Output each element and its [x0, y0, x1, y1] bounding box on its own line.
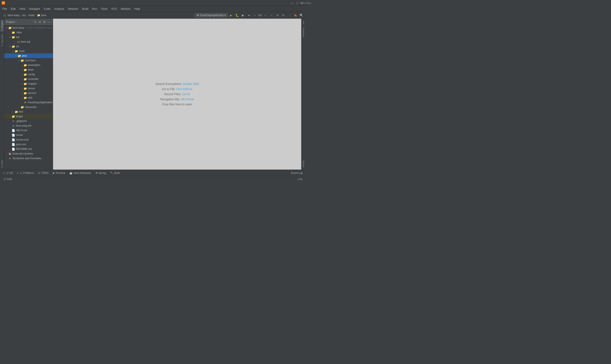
tree-item-readme[interactable]: 📄 README.md	[4, 147, 53, 151]
menu-build[interactable]: Build	[80, 7, 90, 11]
tree-item-comface[interactable]: ▾ 📁 com.face	[4, 58, 53, 63]
menu-code[interactable]: Code	[42, 7, 52, 11]
settings-button[interactable]: ⚙	[42, 20, 46, 24]
sidebar-tab-web[interactable]: Z: Web	[0, 159, 4, 169]
back-button[interactable]: ◁	[2, 13, 7, 18]
tree-label: bean	[28, 68, 52, 71]
menu-help[interactable]: Help	[133, 7, 142, 11]
tree-item-target[interactable]: › 📁 target	[4, 114, 53, 119]
breadcrumb-project[interactable]: face-easy	[8, 13, 20, 17]
search-button[interactable]: 🔍	[299, 13, 304, 18]
menu-file[interactable]: File	[1, 7, 9, 11]
tree-item-faceapp[interactable]: ☘ FaceEasyApplication	[4, 100, 53, 105]
tree-label: .gitignore	[16, 119, 52, 123]
tree-item-iml[interactable]: ◈ face-easy.iml	[4, 123, 53, 128]
menu-window[interactable]: Window	[119, 7, 132, 11]
more-run-button[interactable]: ▾	[246, 13, 252, 18]
tree-item-mapper[interactable]: › 📁 mapper	[4, 81, 53, 86]
tree-item-mvnw-cmd[interactable]: 📄 mvnw.cmd	[4, 137, 53, 142]
folder-icon: 📁	[23, 96, 27, 99]
folder-icon: 📁	[23, 64, 27, 67]
tree-arrow: ›	[17, 106, 20, 108]
tree-item-src[interactable]: ▾ 📁 src	[4, 44, 53, 49]
right-tab-ant[interactable]: Ant	[302, 20, 305, 26]
tree-item-external-libs[interactable]: › 📚 External Libraries	[4, 151, 53, 156]
tree-item-server[interactable]: › 📁 server	[4, 86, 53, 91]
right-tab-maven[interactable]: Maven	[302, 159, 305, 169]
spring-tab-icon: ☘	[95, 171, 98, 174]
menu-refactor[interactable]: Refactor	[66, 7, 80, 11]
hide-panel-button[interactable]: —	[47, 20, 51, 24]
breadcrumb-src[interactable]: src	[22, 13, 26, 17]
status-zoom[interactable]: 1.0x	[296, 178, 304, 181]
tree-item-sql[interactable]: ▾ 📁 sql	[4, 35, 53, 39]
bottom-tab-build[interactable]: 🔨 Build	[108, 171, 122, 175]
tree-item-utils[interactable]: › 📁 utils	[4, 95, 53, 100]
tree-item-face-sql[interactable]: 🗃 face.sql	[4, 39, 53, 44]
tree-item-idea[interactable]: › 📁 .idea	[4, 30, 53, 35]
tree-item-service[interactable]: › 📁 service	[4, 91, 53, 95]
xml-icon: 📄	[12, 143, 15, 146]
file-tree[interactable]: ▾ 📁 face-easy D:\IDEA_SPAN\face-easy › 📁…	[4, 26, 53, 169]
breadcrumb-main[interactable]: main	[28, 13, 34, 17]
hint-search-text: Search Everywhere	[156, 82, 181, 86]
run-config-button[interactable]: ☘ FaceEasyApplication ▾	[195, 13, 228, 17]
git-check2[interactable]: ✓	[269, 13, 274, 18]
menu-edit[interactable]: Edit	[9, 7, 17, 11]
hint-goto-shortcut: Ctrl+Shift+N	[176, 87, 192, 91]
stop-button[interactable]: ■	[252, 13, 257, 18]
bottom-tab-event-log[interactable]: Event Log	[289, 171, 305, 175]
tree-item-bean[interactable]: › 📁 bean	[4, 67, 53, 72]
tree-item-annotation[interactable]: › 📁 annotation	[4, 63, 53, 67]
tree-item-scratches[interactable]: › ✏ Scratches and Consoles	[4, 156, 53, 161]
tree-item-main[interactable]: ▾ 📁 main	[4, 49, 53, 53]
tree-item-mvnw[interactable]: 📄 mvnw	[4, 133, 53, 137]
tree-item-controller[interactable]: › 📁 controller	[4, 77, 53, 81]
bookmark-button[interactable]: 🔖	[293, 13, 298, 18]
git-update[interactable]: ↻	[281, 13, 286, 18]
tree-item-resources[interactable]: › 📁 resources	[4, 105, 53, 109]
git-tab-number: 9:	[3, 172, 5, 174]
bottom-tab-problems[interactable]: 6: ⚠ Problems	[15, 171, 36, 175]
md-icon: 📄	[12, 129, 15, 132]
run-button[interactable]: ▶	[228, 13, 234, 18]
tree-item-face-easy[interactable]: ▾ 📁 face-easy D:\IDEA_SPAN\face-easy	[4, 26, 53, 30]
tree-item-help[interactable]: 📄 HELP.md	[4, 128, 53, 133]
status-git[interactable]: ⎇ main	[2, 176, 13, 182]
right-tab-database[interactable]: Database	[302, 26, 305, 39]
git-check1[interactable]: ✓	[263, 13, 268, 18]
bottom-tab-todo[interactable]: ☑ TODO	[36, 171, 51, 175]
menu-vcs[interactable]: VCS	[109, 7, 119, 11]
collapse-button[interactable]: ⇄	[38, 20, 42, 24]
panel-dropdown-icon[interactable]: ▾	[15, 21, 16, 23]
menu-run[interactable]: Run	[90, 7, 99, 11]
menu-analyze[interactable]: Analyze	[53, 7, 66, 11]
menu-view[interactable]: View	[18, 7, 27, 11]
spring-icon: ☘	[23, 101, 27, 104]
coverage-button[interactable]: ▶	[240, 13, 245, 18]
bottom-tab-spring[interactable]: ☘ Spring	[93, 171, 108, 175]
bottom-tab-git[interactable]: 9: ⎇ Git	[1, 171, 15, 175]
bottom-tab-terminal[interactable]: ▶ Terminal	[51, 171, 67, 175]
folder-icon: 📁	[8, 26, 12, 29]
tree-item-test[interactable]: › 📁 test	[4, 109, 53, 114]
locate-button[interactable]: ⊙	[33, 20, 37, 24]
run-config-dropdown-icon: ▾	[225, 14, 226, 17]
tree-label: face.sql	[21, 40, 52, 43]
tree-item-config[interactable]: › 📁 config	[4, 72, 53, 77]
git-push[interactable]: ↑	[287, 13, 292, 18]
tree-item-java[interactable]: ▾ 📁 java	[4, 53, 53, 58]
bottom-tab-java-enterprise[interactable]: ☕ Java Enterprise	[67, 171, 93, 175]
maximize-button[interactable]: □	[295, 1, 299, 5]
tree-item-pom[interactable]: 📄 pom.xml	[4, 142, 53, 147]
menu-navigate[interactable]: Navigate	[27, 7, 41, 11]
menu-tools[interactable]: Tools	[99, 7, 109, 11]
sidebar-tab-project[interactable]: 1: Project	[0, 20, 4, 32]
minimize-button[interactable]: —	[290, 1, 294, 5]
tree-item-gitignore[interactable]: ⚙ .gitignore	[4, 119, 53, 123]
scratches-icon: ✏	[8, 157, 12, 160]
sidebar-tab-favorites[interactable]: 2: Favorites	[0, 33, 4, 47]
git-history[interactable]: ↺	[275, 13, 280, 18]
debug-button[interactable]: 🐛	[234, 13, 239, 18]
breadcrumb-java[interactable]: java	[41, 13, 46, 17]
